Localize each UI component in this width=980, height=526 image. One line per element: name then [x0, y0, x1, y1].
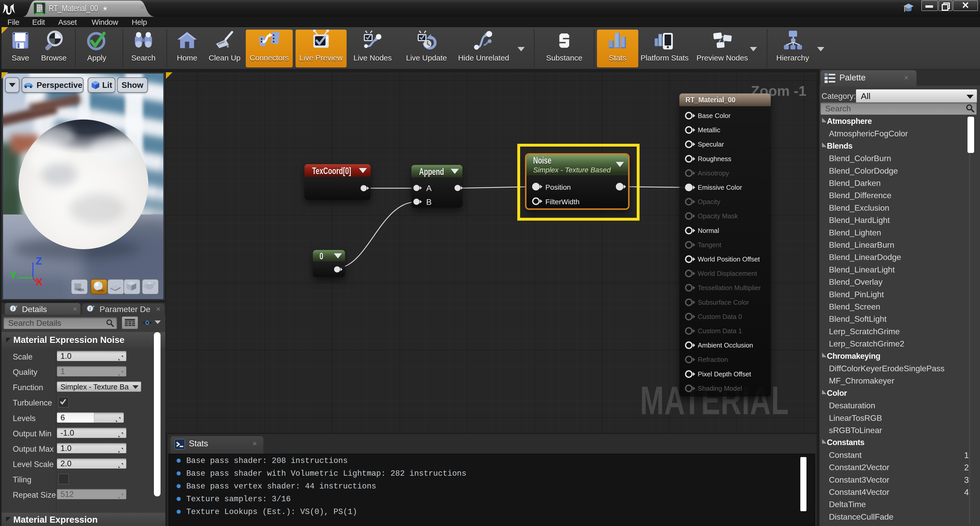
- svg-text:Specular: Specular: [698, 140, 724, 148]
- svg-text:World Displacement: World Displacement: [698, 269, 757, 277]
- svg-text:Tangent: Tangent: [698, 241, 721, 249]
- svg-text:Tessellation Multiplier: Tessellation Multiplier: [698, 284, 761, 292]
- svg-text:Shading Model: Shading Model: [698, 384, 742, 392]
- svg-text:Base Color: Base Color: [698, 112, 731, 120]
- svg-text:i: i: [12, 306, 14, 311]
- svg-text:i: i: [89, 306, 91, 311]
- svg-text:Ambient Occlusion: Ambient Occlusion: [698, 341, 753, 349]
- svg-text:Metallic: Metallic: [698, 126, 720, 134]
- svg-text:B: B: [426, 198, 431, 207]
- svg-text:Refraction: Refraction: [698, 356, 728, 363]
- svg-text:Anisotropy: Anisotropy: [698, 169, 729, 177]
- svg-text:Custom Data 0: Custom Data 0: [698, 313, 742, 320]
- svg-text:Roughness: Roughness: [698, 155, 732, 163]
- svg-text:Normal: Normal: [698, 227, 719, 234]
- svg-text:Opacity Mask: Opacity Mask: [698, 212, 738, 220]
- svg-text:Subsurface Color: Subsurface Color: [698, 298, 749, 306]
- svg-text:Opacity: Opacity: [698, 198, 720, 206]
- svg-text:A: A: [426, 183, 432, 193]
- svg-text:World Position Offset: World Position Offset: [698, 255, 760, 263]
- svg-text:Custom Data 1: Custom Data 1: [698, 327, 742, 335]
- svg-text:Pixel Depth Offset: Pixel Depth Offset: [698, 370, 751, 378]
- svg-text:Emissive Color: Emissive Color: [698, 183, 742, 191]
